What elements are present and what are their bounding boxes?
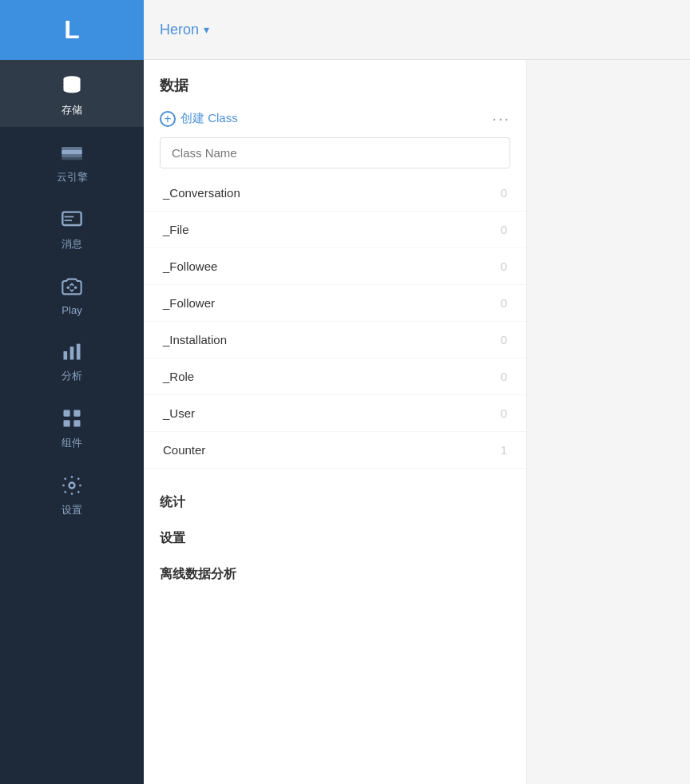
- project-name: Heron: [160, 22, 199, 38]
- stats-item[interactable]: 统计: [160, 485, 510, 521]
- cloud-label: 云引擎: [57, 170, 88, 184]
- chevron-down-icon: ▾: [204, 23, 209, 36]
- class-count: 0: [501, 296, 507, 310]
- settings-item[interactable]: 设置: [160, 521, 510, 556]
- class-name: _Conversation: [163, 186, 240, 200]
- create-class-label: 创建 Class: [180, 111, 238, 126]
- sidebar-item-message[interactable]: 消息: [0, 194, 144, 261]
- class-count: 0: [501, 406, 507, 420]
- class-list: _Conversation 0 _File 0 _Followee 0 _Fol…: [144, 175, 526, 469]
- svg-rect-4: [61, 157, 82, 160]
- analytics-label: 分析: [61, 369, 82, 383]
- list-item[interactable]: _Follower 0: [144, 285, 526, 322]
- storage-icon: [59, 73, 85, 98]
- svg-rect-14: [73, 410, 80, 417]
- storage-label: 存储: [61, 103, 82, 117]
- class-count: 0: [501, 370, 507, 383]
- class-name: _Role: [163, 370, 194, 383]
- message-icon: [59, 207, 85, 232]
- offline-analytics-item[interactable]: 离线数据分析: [160, 556, 510, 592]
- sidebar-item-analytics[interactable]: 分析: [0, 326, 144, 393]
- cloud-icon: [59, 140, 85, 165]
- components-label: 组件: [61, 436, 82, 450]
- create-class-button[interactable]: + 创建 Class: [160, 111, 238, 127]
- class-count: 1: [501, 443, 507, 457]
- more-options-button[interactable]: ···: [492, 109, 510, 128]
- header: Heron ▾: [144, 0, 690, 60]
- class-count: 0: [501, 186, 507, 200]
- app-letter: L: [64, 15, 80, 45]
- list-item[interactable]: Counter 1: [144, 432, 526, 469]
- svg-point-8: [67, 286, 70, 289]
- svg-rect-5: [62, 212, 81, 225]
- settings-icon: [59, 473, 85, 498]
- class-name: _Follower: [163, 296, 215, 310]
- list-item[interactable]: _User 0: [144, 395, 526, 432]
- project-selector[interactable]: Heron ▾: [160, 22, 209, 38]
- svg-rect-3: [61, 154, 82, 157]
- bottom-section: 统计 设置 离线数据分析: [144, 469, 526, 592]
- svg-rect-13: [64, 410, 70, 417]
- class-count: 0: [501, 259, 507, 273]
- class-name: _User: [163, 406, 195, 420]
- main-content: Heron ▾ 数据 + 创建 Class ··· _Conversation …: [144, 0, 690, 784]
- sidebar-item-play[interactable]: Play: [0, 261, 144, 326]
- data-sidebar: 数据 + 创建 Class ··· _Conversation 0 _File …: [144, 60, 527, 784]
- class-name: Counter: [163, 443, 205, 457]
- svg-rect-2: [61, 147, 82, 150]
- svg-rect-12: [77, 344, 81, 360]
- svg-point-9: [74, 286, 77, 289]
- play-label: Play: [61, 304, 81, 316]
- settings-nav-label: 设置: [61, 503, 82, 517]
- section-title: 数据: [144, 76, 526, 105]
- sidebar-item-settings[interactable]: 设置: [0, 460, 144, 527]
- class-name: _Installation: [163, 333, 227, 346]
- svg-rect-16: [73, 420, 80, 426]
- content-area: 数据 + 创建 Class ··· _Conversation 0 _File …: [144, 60, 690, 784]
- analytics-icon: [59, 339, 85, 364]
- right-panel: [527, 60, 690, 784]
- app-logo: L: [0, 0, 144, 60]
- svg-point-17: [69, 483, 75, 489]
- svg-rect-15: [64, 420, 70, 426]
- class-count: 0: [501, 223, 507, 236]
- class-name: _File: [163, 223, 189, 236]
- plus-icon: +: [160, 111, 176, 127]
- list-item[interactable]: _File 0: [144, 212, 526, 248]
- class-count: 0: [501, 333, 507, 346]
- components-icon: [59, 406, 85, 431]
- icon-bar: L 存储 云引擎: [0, 0, 144, 784]
- list-item[interactable]: _Installation 0: [144, 322, 526, 358]
- svg-rect-11: [70, 346, 74, 359]
- message-label: 消息: [61, 237, 82, 251]
- sidebar-item-cloud[interactable]: 云引擎: [0, 127, 144, 194]
- list-item[interactable]: _Conversation 0: [144, 175, 526, 212]
- class-search-input[interactable]: [160, 137, 510, 168]
- play-icon: [59, 274, 85, 299]
- sidebar-item-storage[interactable]: 存储: [0, 60, 144, 127]
- svg-rect-1: [61, 150, 82, 155]
- list-item[interactable]: _Followee 0: [144, 248, 526, 285]
- list-item[interactable]: _Role 0: [144, 358, 526, 395]
- sidebar-item-components[interactable]: 组件: [0, 393, 144, 460]
- class-name: _Followee: [163, 259, 217, 273]
- create-class-row: + 创建 Class ···: [144, 105, 526, 137]
- svg-rect-10: [64, 351, 68, 360]
